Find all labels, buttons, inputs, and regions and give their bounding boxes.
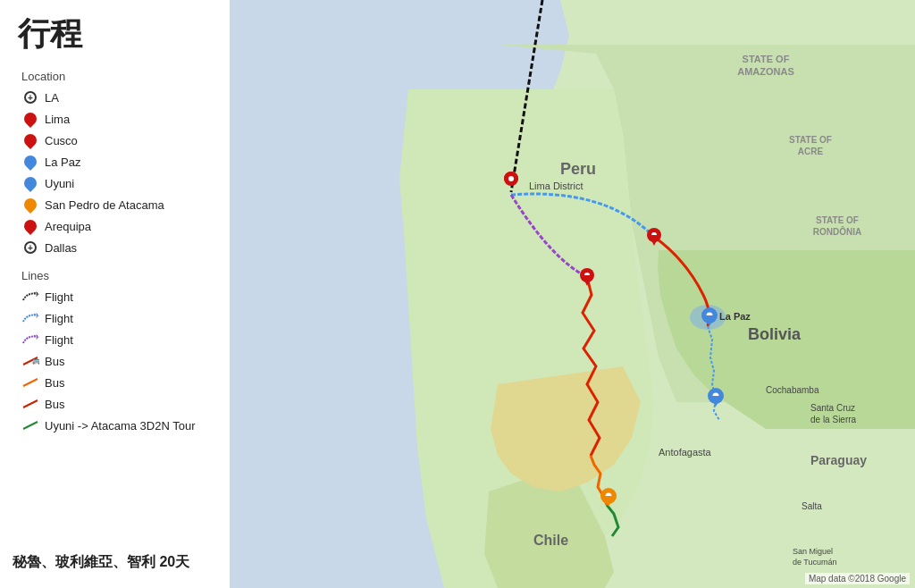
arequipa-icon: [21, 217, 39, 235]
map-attribution: Map data ©2018 Google: [805, 573, 910, 584]
list-item: 🚌 Bus: [21, 352, 218, 370]
svg-text:Peru: Peru: [560, 160, 596, 178]
line-label: Flight: [45, 312, 73, 325]
list-item: ✈ Flight: [21, 309, 218, 327]
location-name: Uyuni: [45, 177, 74, 190]
list-item: + Dallas: [21, 239, 218, 256]
svg-text:Salta: Salta: [802, 501, 822, 511]
location-list: + LA Lima Cusco La Paz: [21, 88, 218, 256]
line-label: Uyuni -> Atacama 3D2N Tour: [45, 419, 195, 433]
svg-text:Paraguay: Paraguay: [810, 453, 867, 467]
lines-section-label: Lines: [21, 269, 218, 282]
location-name: Cusco: [45, 134, 78, 147]
bus-red2-icon: [21, 395, 39, 413]
svg-text:San Miguel: San Miguel: [793, 547, 833, 556]
list-item: ✈ Flight: [21, 331, 218, 349]
location-name: Dallas: [45, 241, 77, 255]
location-name: La Paz: [45, 155, 80, 169]
legend-panel: Location + LA Lima Cusco La: [13, 63, 227, 454]
dallas-icon: +: [21, 239, 39, 256]
svg-text:La Paz: La Paz: [719, 311, 751, 322]
lapaz-icon: [21, 153, 39, 171]
line-label: Flight: [45, 333, 73, 347]
svg-text:Bolivia: Bolivia: [748, 325, 802, 343]
svg-text:STATE OF: STATE OF: [789, 135, 832, 145]
flight-black-icon: ✈: [21, 288, 39, 306]
location-section-label: Location: [21, 70, 218, 83]
list-item: Uyuni: [21, 174, 218, 192]
list-item: La Paz: [21, 153, 218, 171]
svg-text:Antofagasta: Antofagasta: [659, 447, 712, 458]
list-item: + LA: [21, 88, 218, 106]
la-icon: +: [21, 88, 39, 106]
line-label: Bus: [45, 398, 64, 411]
svg-text:✈: ✈: [34, 312, 39, 320]
cusco-icon: [21, 131, 39, 149]
list-item: Bus: [21, 395, 218, 413]
uyuni-icon: [21, 174, 39, 192]
lines-list: ✈ Flight ✈ Flight ✈ Flight: [21, 288, 218, 434]
list-item: Arequipa: [21, 217, 218, 235]
map-svg: STATE OF AMAZONAS STATE OF ACRE STATE OF…: [230, 0, 915, 588]
svg-text:de Tucumán: de Tucumán: [793, 558, 837, 567]
tour-green-icon: [21, 416, 39, 434]
svg-point-26: [508, 176, 514, 181]
bus-orange-icon: [21, 374, 39, 391]
svg-text:AMAZONAS: AMAZONAS: [737, 66, 794, 77]
flight-purple-icon: ✈: [21, 331, 39, 349]
list-item: San Pedro de Atacama: [21, 196, 218, 214]
svg-text:ACRE: ACRE: [798, 147, 824, 156]
location-name: San Pedro de Atacama: [45, 198, 164, 212]
svg-text:de la Sierra: de la Sierra: [810, 415, 857, 424]
svg-text:STATE OF: STATE OF: [743, 54, 790, 64]
flight-blue-icon: ✈: [21, 309, 39, 327]
line-label: Bus: [45, 355, 64, 368]
svg-text:RONDÔNIA: RONDÔNIA: [813, 226, 861, 237]
line-label: Flight: [45, 290, 73, 304]
location-name: LA: [45, 91, 59, 105]
list-item: Bus: [21, 374, 218, 391]
location-name: Lima: [45, 113, 70, 126]
svg-text:✈: ✈: [34, 290, 39, 298]
list-item: Cusco: [21, 131, 218, 149]
location-name: Arequipa: [45, 220, 91, 233]
svg-text:🚌: 🚌: [32, 356, 39, 365]
list-item: Lima: [21, 110, 218, 128]
svg-text:Chile: Chile: [533, 533, 568, 548]
map-container[interactable]: STATE OF AMAZONAS STATE OF ACRE STATE OF…: [230, 0, 915, 588]
line-label: Bus: [45, 376, 64, 390]
sanpedro-icon: [21, 196, 39, 214]
page-title: 行程: [18, 13, 82, 56]
svg-text:Cochabamba: Cochabamba: [766, 385, 819, 395]
subtitle: 秘魯、玻利維亞、智利 20天: [13, 553, 189, 572]
list-item: Uyuni -> Atacama 3D2N Tour: [21, 416, 218, 434]
list-item: ✈ Flight: [21, 288, 218, 306]
bus-red-icon: 🚌: [21, 352, 39, 370]
svg-text:STATE OF: STATE OF: [816, 215, 859, 225]
svg-text:Santa Cruz: Santa Cruz: [810, 403, 855, 413]
svg-text:✈: ✈: [34, 333, 39, 341]
lima-icon: [21, 110, 39, 128]
svg-text:Lima District: Lima District: [529, 181, 583, 191]
